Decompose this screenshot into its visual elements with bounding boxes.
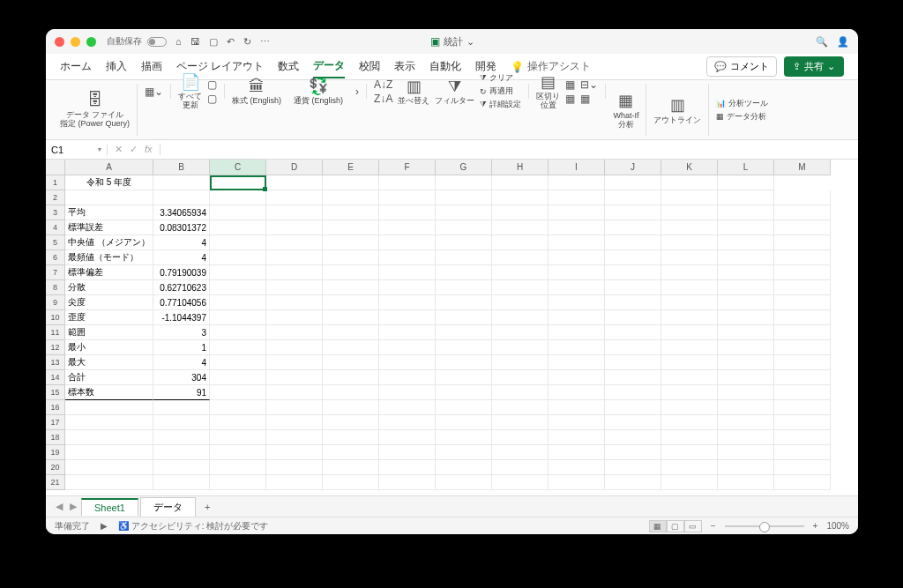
cell[interactable] <box>661 235 718 250</box>
cell[interactable] <box>65 460 153 475</box>
cell[interactable] <box>323 190 379 205</box>
view-page-break[interactable]: ▭ <box>684 520 702 532</box>
cell[interactable] <box>549 190 605 205</box>
filter-button[interactable]: ⧩ フィルター <box>435 78 474 106</box>
cell[interactable] <box>492 400 549 415</box>
column-header-D[interactable]: D <box>266 160 323 175</box>
cell[interactable]: 最頻値（モード） <box>65 250 153 265</box>
cell[interactable] <box>65 415 153 430</box>
tab-home[interactable]: ホーム <box>60 56 92 78</box>
sheet-tab-1[interactable]: Sheet1 <box>81 498 138 516</box>
cell[interactable]: 中央値 （メジアン） <box>65 235 153 250</box>
cell[interactable] <box>492 250 549 265</box>
cell[interactable] <box>549 280 605 295</box>
cell[interactable] <box>718 400 774 415</box>
tab-view[interactable]: 表示 <box>394 56 415 78</box>
cell[interactable] <box>210 430 266 445</box>
sheet-nav-next[interactable]: ▶ <box>67 501 79 512</box>
cell[interactable] <box>605 310 661 325</box>
zoom-out[interactable]: − <box>711 521 716 531</box>
save-icon[interactable]: 🖫 <box>190 36 200 48</box>
row-header-5[interactable]: 5 <box>46 235 65 250</box>
add-sheet-button[interactable]: + <box>198 502 217 512</box>
cell[interactable] <box>379 400 436 415</box>
cell[interactable] <box>549 175 605 190</box>
cell[interactable] <box>492 325 549 340</box>
cell[interactable] <box>661 445 718 460</box>
stocks-button[interactable]: 🏛 株式 (English) <box>232 78 281 106</box>
cell[interactable] <box>774 430 831 445</box>
whatif-button[interactable]: ▦ What-If 分析 <box>606 84 646 136</box>
cell[interactable] <box>661 205 718 220</box>
cell[interactable] <box>492 205 549 220</box>
view-normal[interactable]: ▦ <box>649 520 667 532</box>
cell[interactable] <box>210 460 266 475</box>
cell[interactable] <box>266 205 323 220</box>
cell[interactable] <box>774 190 831 205</box>
row-header-19[interactable]: 19 <box>46 445 65 460</box>
cell[interactable] <box>379 430 436 445</box>
cell[interactable] <box>323 340 379 355</box>
cell[interactable] <box>436 265 492 280</box>
clear-filter[interactable]: ⧩クリア <box>480 72 521 84</box>
cell[interactable] <box>436 400 492 415</box>
cell[interactable] <box>774 340 831 355</box>
cell[interactable] <box>266 370 323 385</box>
tab-formulas[interactable]: 数式 <box>278 56 299 78</box>
cell[interactable] <box>661 310 718 325</box>
group-power-query[interactable]: 🗄 データ ファイル 指定 (Power Query) <box>53 84 138 136</box>
sheet-nav-prev[interactable]: ◀ <box>53 501 65 512</box>
cell[interactable] <box>661 175 718 190</box>
cell[interactable] <box>266 265 323 280</box>
cell[interactable] <box>661 460 718 475</box>
cell[interactable] <box>266 430 323 445</box>
cell[interactable] <box>436 220 492 235</box>
cell[interactable] <box>718 325 774 340</box>
maximize-window[interactable] <box>86 37 96 47</box>
cell[interactable] <box>210 295 266 310</box>
cell[interactable] <box>210 400 266 415</box>
cell[interactable] <box>549 460 605 475</box>
cell[interactable]: 3 <box>153 325 210 340</box>
cell[interactable] <box>549 325 605 340</box>
cell[interactable] <box>718 310 774 325</box>
cell[interactable] <box>605 385 661 400</box>
home-icon[interactable]: ⌂ <box>175 36 182 48</box>
cell[interactable] <box>379 310 436 325</box>
cell[interactable] <box>210 415 266 430</box>
cell[interactable] <box>492 415 549 430</box>
cell[interactable] <box>718 445 774 460</box>
cell[interactable] <box>605 175 661 190</box>
cell[interactable] <box>210 190 266 205</box>
autosave-toggle[interactable] <box>147 37 167 47</box>
cell[interactable] <box>549 295 605 310</box>
cell[interactable] <box>718 295 774 310</box>
column-header-A[interactable]: A <box>65 160 153 175</box>
queries-icon[interactable]: ▢ <box>207 78 217 91</box>
cell[interactable] <box>379 295 436 310</box>
tab-data[interactable]: データ <box>313 55 345 78</box>
cell[interactable] <box>266 445 323 460</box>
zoom-slider[interactable] <box>725 525 804 527</box>
cell[interactable] <box>605 370 661 385</box>
cell[interactable]: 標本数 <box>65 385 153 400</box>
more-data-types[interactable]: › <box>355 86 359 98</box>
row-header-16[interactable]: 16 <box>46 400 65 415</box>
cell[interactable]: 平均 <box>65 205 153 220</box>
cell[interactable] <box>492 175 549 190</box>
sort-desc-icon[interactable]: Z↓A <box>374 93 392 105</box>
cell[interactable] <box>153 415 210 430</box>
cell[interactable] <box>549 385 605 400</box>
cell[interactable] <box>549 475 605 490</box>
column-header-B[interactable]: B <box>153 160 210 175</box>
cell[interactable]: 0.77104056 <box>153 295 210 310</box>
cell[interactable]: 304 <box>153 370 210 385</box>
row-header-8[interactable]: 8 <box>46 280 65 295</box>
cell[interactable]: 合計 <box>65 370 153 385</box>
cell[interactable] <box>492 295 549 310</box>
cell[interactable] <box>153 460 210 475</box>
cell[interactable]: -1.1044397 <box>153 310 210 325</box>
cell[interactable] <box>379 325 436 340</box>
cell[interactable] <box>774 325 831 340</box>
column-header-M[interactable]: M <box>774 160 831 175</box>
